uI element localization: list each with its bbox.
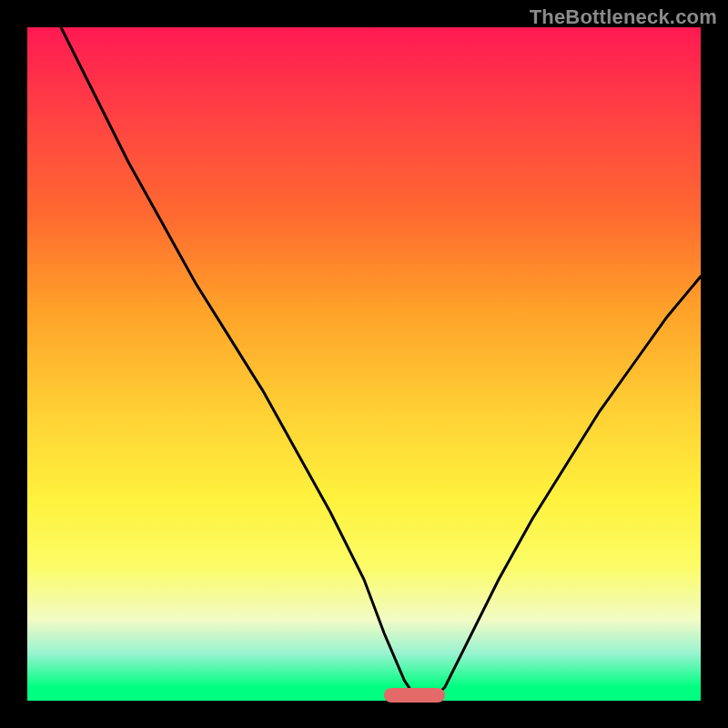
plot-area: [27, 27, 701, 701]
outer-frame: TheBottleneck.com: [0, 0, 728, 728]
optimum-marker: [384, 688, 445, 703]
watermark-text: TheBottleneck.com: [530, 5, 717, 29]
gradient-background: [27, 27, 701, 701]
